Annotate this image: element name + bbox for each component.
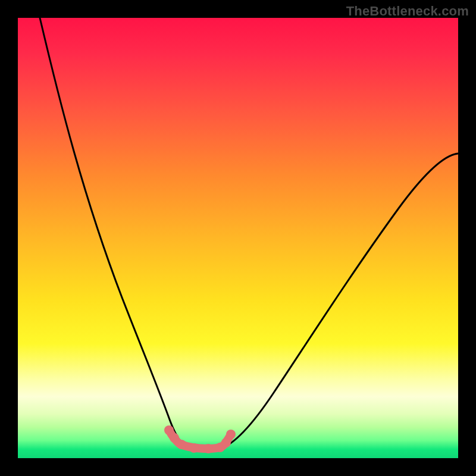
chart-frame: TheBottleneck.com — [0, 0, 476, 476]
curve-left-branch — [40, 18, 182, 443]
highlight-dot — [164, 425, 174, 435]
bottleneck-curve — [40, 18, 458, 449]
watermark-text: TheBottleneck.com — [346, 4, 469, 19]
highlight-dot — [177, 440, 186, 449]
curve-right-branch — [220, 154, 458, 449]
plot-area — [18, 18, 458, 458]
highlight-segment — [164, 425, 236, 453]
highlight-dot — [189, 443, 199, 453]
highlight-dot — [221, 438, 231, 447]
highlight-dot — [170, 433, 179, 443]
highlight-dot — [226, 430, 236, 439]
highlight-dot — [203, 444, 213, 453]
curve-layer — [18, 18, 458, 458]
